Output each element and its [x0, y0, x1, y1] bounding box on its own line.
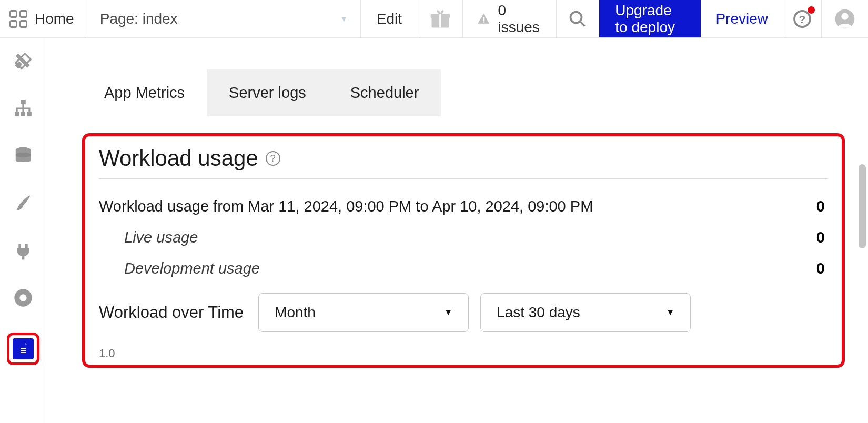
svg-line-6 — [580, 21, 585, 26]
account-button[interactable] — [822, 0, 868, 37]
edit-label: Edit — [377, 11, 402, 27]
preview-label: Preview — [715, 11, 768, 27]
svg-rect-4 — [483, 21, 484, 22]
svg-rect-20 — [21, 350, 26, 351]
svg-point-5 — [571, 12, 582, 23]
preview-button[interactable]: Preview — [701, 0, 783, 37]
gear-icon — [13, 287, 34, 308]
controls-row: Workload over Time Month ▼ Last 30 days … — [99, 293, 828, 332]
svg-rect-14 — [27, 112, 31, 116]
sidebar-settings[interactable] — [11, 285, 36, 310]
avatar-icon — [834, 8, 855, 29]
svg-rect-12 — [15, 112, 19, 116]
edit-button[interactable]: Edit — [361, 0, 418, 37]
layout: App Metrics Server logs Scheduler Worklo… — [0, 38, 868, 423]
help-icon[interactable]: ? — [266, 151, 280, 166]
dev-usage-label: Development usage — [99, 260, 260, 277]
svg-text:?: ? — [799, 13, 806, 25]
range-dropdown-value: Last 30 days — [497, 304, 580, 321]
page-selector-label: Page: index — [100, 11, 178, 27]
sidebar-logs-highlight — [7, 333, 39, 365]
chart-y-tick: 1.0 — [99, 347, 115, 360]
page-selector[interactable]: Page: index ▼ — [87, 0, 361, 37]
svg-point-16 — [15, 153, 31, 158]
svg-rect-19 — [21, 348, 26, 349]
upgrade-button[interactable]: Upgrade to deploy — [599, 0, 701, 37]
sidebar-styles[interactable] — [11, 190, 36, 216]
sidebar-workflow[interactable] — [11, 96, 36, 121]
tabs: App Metrics Server logs Scheduler — [82, 69, 868, 116]
dev-usage-value: 0 — [816, 260, 828, 277]
usage-row-dev: Development usage 0 — [99, 260, 828, 277]
tab-label: Server logs — [229, 84, 306, 101]
tab-scheduler[interactable]: Scheduler — [328, 69, 441, 116]
svg-rect-11 — [21, 100, 26, 104]
svg-rect-21 — [21, 352, 26, 353]
interval-dropdown[interactable]: Month ▼ — [258, 293, 469, 332]
card-heading: Workload usage ? — [99, 146, 828, 171]
sidebar-plugins[interactable] — [11, 238, 36, 263]
tab-label: Scheduler — [350, 84, 419, 101]
usage-range-label: Workload usage from Mar 11, 2024, 09:00 … — [99, 198, 593, 215]
sidebar-design[interactable] — [11, 48, 36, 74]
chevron-down-icon: ▼ — [340, 15, 348, 23]
svg-rect-13 — [21, 112, 25, 116]
chevron-down-icon: ▼ — [444, 308, 452, 317]
tab-label: App Metrics — [104, 84, 185, 101]
svg-point-10 — [841, 13, 848, 19]
live-usage-value: 0 — [816, 229, 828, 246]
notification-dot-icon — [808, 6, 815, 14]
home-label: Home — [35, 11, 74, 27]
svg-rect-3 — [483, 17, 484, 21]
chevron-down-icon: ▼ — [666, 308, 674, 317]
sidebar-data[interactable] — [11, 143, 36, 168]
search-button[interactable] — [557, 0, 599, 37]
document-icon — [16, 341, 30, 357]
usage-row-live: Live usage 0 — [99, 229, 828, 246]
issues-button[interactable]: 0 issues — [463, 0, 557, 37]
grid-icon — [9, 10, 27, 28]
help-button[interactable]: ? — [783, 0, 822, 37]
card-title: Workload usage — [99, 146, 258, 171]
gift-icon — [429, 7, 452, 31]
scrollbar[interactable] — [859, 164, 866, 248]
usage-row-total: Workload usage from Mar 11, 2024, 09:00 … — [99, 198, 828, 215]
search-icon — [568, 9, 587, 28]
main: App Metrics Server logs Scheduler Worklo… — [46, 38, 868, 423]
workload-over-time-label: Workload over Time — [99, 303, 244, 322]
home-button[interactable]: Home — [0, 0, 87, 37]
sidebar-logs[interactable] — [13, 338, 34, 359]
workload-usage-card: Workload usage ? Workload usage from Mar… — [82, 133, 845, 368]
tab-app-metrics[interactable]: App Metrics — [82, 69, 207, 116]
warning-icon — [477, 11, 490, 27]
brush-icon — [13, 193, 33, 213]
live-usage-label: Live usage — [99, 229, 198, 246]
plug-icon — [13, 240, 33, 260]
range-dropdown[interactable]: Last 30 days ▼ — [480, 293, 691, 332]
sitemap-icon — [13, 98, 33, 118]
database-icon — [13, 146, 33, 166]
usage-range-value: 0 — [816, 198, 828, 215]
topbar: Home Page: index ▼ Edit 0 issues Upgra — [0, 0, 868, 38]
interval-dropdown-value: Month — [275, 304, 316, 321]
svg-point-18 — [19, 294, 26, 301]
upgrade-label: Upgrade to deploy — [615, 2, 685, 36]
gift-button[interactable] — [418, 0, 463, 37]
sidebar — [0, 38, 46, 423]
svg-rect-2 — [439, 14, 441, 27]
divider — [99, 178, 828, 179]
ruler-pencil-icon — [13, 51, 33, 71]
issues-label: 0 issues — [498, 2, 542, 36]
tab-server-logs[interactable]: Server logs — [207, 69, 328, 116]
